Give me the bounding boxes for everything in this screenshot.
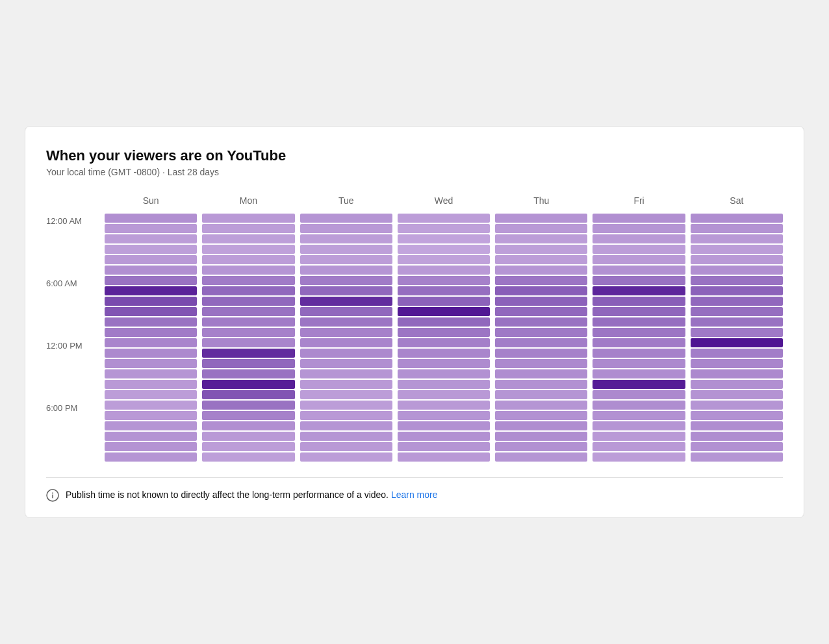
hour-cell [398, 266, 490, 275]
hour-cell [691, 276, 783, 285]
hour-cell [202, 421, 294, 430]
hour-cell [691, 307, 783, 316]
hour-cell [495, 286, 587, 295]
hour-cell [398, 380, 490, 389]
hour-cell [105, 286, 197, 295]
hour-cell [202, 359, 294, 368]
hour-cell [593, 328, 685, 337]
hour-cell [593, 380, 685, 389]
hour-cell [105, 452, 197, 462]
hour-cell [593, 317, 685, 327]
day-header-sat: Sat [691, 195, 783, 208]
hour-cell [105, 421, 197, 430]
hour-cell [202, 369, 294, 378]
hour-cell [300, 286, 392, 295]
info-icon [46, 489, 59, 502]
hour-cell [593, 234, 685, 243]
hour-cell [202, 432, 294, 441]
hour-cell [105, 442, 197, 451]
hour-cell [202, 328, 294, 337]
hour-cell [495, 224, 587, 233]
day-header-sun: Sun [105, 195, 197, 208]
hour-cell [495, 442, 587, 451]
hour-cell [593, 369, 685, 378]
hour-cell [202, 317, 294, 327]
hour-cell [495, 432, 587, 441]
hour-cell [593, 411, 685, 420]
hour-cell [105, 338, 197, 347]
hour-cell [202, 214, 294, 223]
day-header-thu: Thu [495, 195, 587, 208]
hour-cell [691, 411, 783, 420]
hour-cell [300, 224, 392, 233]
hour-cell [593, 297, 685, 306]
hour-cell [300, 297, 392, 306]
y-axis: 12:00 AM6:00 AM12:00 PM6:00 PM [46, 195, 105, 462]
hour-cell [202, 307, 294, 316]
hour-cell [593, 266, 685, 275]
hour-cell [593, 276, 685, 285]
hour-cell [202, 276, 294, 285]
hour-cell [300, 328, 392, 337]
hour-cell [300, 380, 392, 389]
hour-cell [105, 307, 197, 316]
hour-cell [691, 214, 783, 223]
learn-more-link[interactable]: Learn more [391, 489, 438, 500]
hour-cell [495, 307, 587, 316]
day-header-mon: Mon [202, 195, 294, 208]
hour-cell [691, 401, 783, 410]
day-header-wed: Wed [398, 195, 490, 208]
hour-cell [398, 255, 490, 264]
hour-cell [105, 380, 197, 389]
hour-cell [202, 224, 294, 233]
hour-cell [300, 432, 392, 441]
hour-cell [691, 442, 783, 451]
hour-cell [300, 452, 392, 462]
hour-cell [495, 411, 587, 420]
hour-cell [495, 234, 587, 243]
hour-cell [593, 390, 685, 399]
hour-cell [105, 328, 197, 337]
hour-cell [691, 224, 783, 233]
hour-cell [105, 401, 197, 410]
hour-cell [495, 328, 587, 337]
hour-cell [495, 390, 587, 399]
hour-cell [691, 338, 783, 347]
svg-rect-1 [52, 495, 53, 499]
hour-cell [300, 214, 392, 223]
hour-cell [202, 349, 294, 358]
day-header-fri: Fri [593, 195, 685, 208]
hour-cell [593, 224, 685, 233]
hour-cell [495, 359, 587, 368]
hour-cell [398, 276, 490, 285]
hour-cell [398, 286, 490, 295]
hour-cell [495, 245, 587, 254]
hour-cell [593, 452, 685, 462]
hour-cell [495, 401, 587, 410]
hour-cell [398, 359, 490, 368]
hour-cell [300, 245, 392, 254]
hour-cell [495, 452, 587, 462]
hour-cell [398, 307, 490, 316]
hour-cell [398, 349, 490, 358]
hour-cell [105, 214, 197, 223]
footer: Publish time is not known to directly af… [46, 477, 783, 502]
subtitle: Your local time (GMT -0800) · Last 28 da… [46, 167, 783, 177]
hour-cell [495, 421, 587, 430]
hour-cell [300, 411, 392, 420]
hour-cell [691, 452, 783, 462]
hour-cell [300, 401, 392, 410]
hour-cell [495, 214, 587, 223]
hour-cell [105, 369, 197, 378]
hour-cell [495, 369, 587, 378]
hour-cell [691, 266, 783, 275]
hour-cell [202, 338, 294, 347]
chart-grid: SunMonTueWedThuFriSat [105, 195, 783, 462]
hours-grid [105, 214, 783, 462]
chart-area: 12:00 AM6:00 AM12:00 PM6:00 PM SunMonTue… [46, 195, 783, 462]
hour-cell [105, 266, 197, 275]
hour-cell [398, 338, 490, 347]
card: When your viewers are on YouTube Your lo… [25, 126, 804, 518]
hour-cell [202, 286, 294, 295]
svg-point-2 [52, 493, 53, 494]
